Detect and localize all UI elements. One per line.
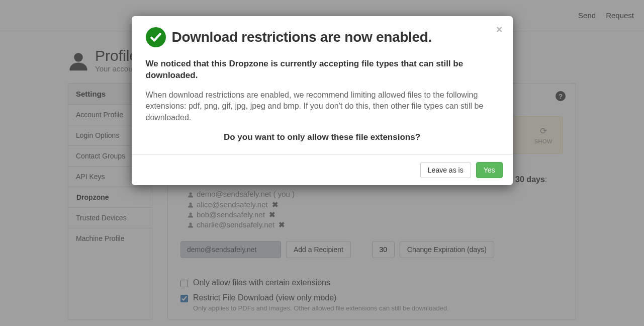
yes-button[interactable]: Yes	[476, 162, 503, 178]
close-icon[interactable]: ×	[496, 24, 503, 35]
download-restrictions-modal: × Download restrictions are now enabled.…	[132, 16, 513, 185]
check-circle-icon	[146, 27, 166, 47]
modal-subtitle: We noticed that this Dropzone is current…	[146, 58, 499, 82]
leave-as-is-button[interactable]: Leave as is	[420, 162, 471, 178]
modal-footer: Leave as is Yes	[132, 154, 513, 185]
modal-question: Do you want to only allow these file ext…	[146, 132, 499, 142]
modal-text: When download restrictions are enabled, …	[146, 90, 499, 123]
modal-title: Download restrictions are now enabled.	[172, 29, 432, 45]
